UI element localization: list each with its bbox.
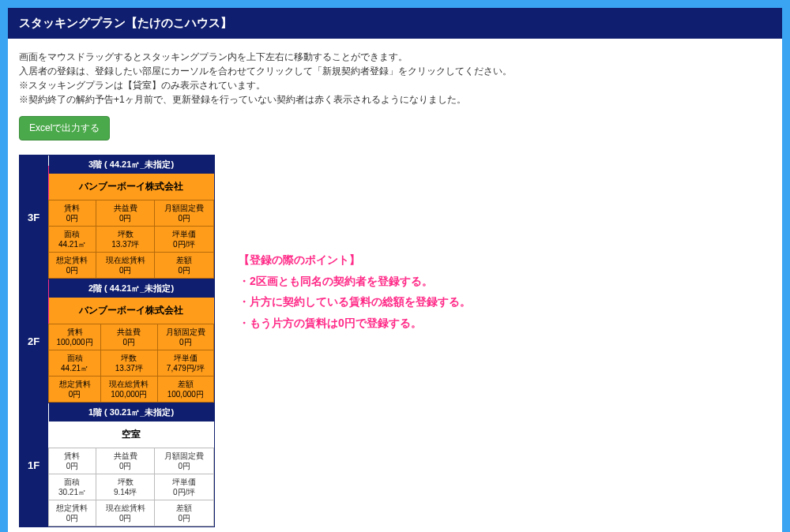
- data-cell: 共益費0円: [96, 200, 155, 227]
- note-line: 画面をマウスドラッグするとスタッキングプラン内を上下左右に移動することができます…: [19, 50, 771, 64]
- callout-point: ・もう片方の賃料は0円で登録する。: [239, 313, 471, 334]
- callout-title: 【登録の際のポイント】: [239, 249, 471, 271]
- data-cell: 面積30.21㎡: [49, 474, 96, 500]
- data-cell: 差額0円: [155, 253, 214, 279]
- floor-label: 2F: [20, 279, 48, 403]
- page: スタッキングプラン【たけのこハウス】 画面をマウスドラッグするとスタッキングプラ…: [8, 8, 782, 532]
- data-cell: 賃料0円: [49, 448, 96, 474]
- data-cell: 坪単価0円/坪: [155, 474, 214, 500]
- data-cell: 坪数13.37坪: [96, 227, 155, 253]
- data-cell: 現在総賃料100,000円: [101, 377, 157, 403]
- unit-cell[interactable]: 2階 ( 44.21㎡_未指定)バンブーボーイ株式会社賃料100,000円共益費…: [48, 279, 215, 403]
- data-cell: 共益費0円: [101, 324, 157, 350]
- data-cell: 現在総賃料0円: [96, 500, 155, 526]
- note-line: 入居者の登録は、登録したい部屋にカーソルを合わせてクリックして「新規契約者登録」…: [19, 64, 771, 78]
- floor-label: 3F: [20, 155, 48, 279]
- data-cell: 月額固定費0円: [155, 448, 214, 474]
- data-cell: 共益費0円: [96, 448, 155, 474]
- data-cell: 賃料0円: [49, 200, 96, 227]
- stacking-plan-table[interactable]: 3F3階 ( 44.21㎡_未指定)バンブーボーイ株式会社賃料0円共益費0円月額…: [19, 155, 215, 527]
- floor-label: 1F: [20, 403, 48, 527]
- tenant-name: バンブーボーイ株式会社: [49, 298, 214, 324]
- data-cell: 賃料100,000円: [49, 324, 101, 350]
- data-cell: 差額0円: [155, 500, 214, 526]
- stacking-plan-wrap: 3F3階 ( 44.21㎡_未指定)バンブーボーイ株式会社賃料0円共益費0円月額…: [19, 155, 215, 527]
- excel-export-button[interactable]: Excelで出力する: [19, 116, 110, 140]
- callout-point: ・片方に契約している賃料の総額を登録する。: [239, 291, 471, 313]
- callout-point: ・2区画とも同名の契約者を登録する。: [239, 271, 471, 292]
- content-area: 画面をマウスドラッグするとスタッキングプラン内を上下左右に移動することができます…: [8, 39, 782, 532]
- unit-header: 1階 ( 30.21㎡_未指定): [49, 403, 214, 421]
- data-cell: 想定賃料0円: [49, 500, 96, 526]
- data-cell: 差額100,000円: [157, 377, 213, 403]
- data-cell: 想定賃料0円: [49, 377, 101, 403]
- data-cell: 現在総賃料0円: [96, 253, 155, 279]
- data-cell: 想定賃料0円: [49, 253, 96, 279]
- callout-text: 【登録の際のポイント】 ・2区画とも同名の契約者を登録する。 ・片方に契約してい…: [239, 249, 471, 333]
- tenant-name: 空室: [49, 421, 214, 448]
- unit-header: 2階 ( 44.21㎡_未指定): [49, 279, 214, 298]
- unit-cell[interactable]: 1階 ( 30.21㎡_未指定)空室賃料0円共益費0円月額固定費0円面積30.2…: [48, 403, 215, 527]
- data-cell: 面積44.21㎡: [49, 227, 96, 253]
- data-cell: 月額固定費0円: [155, 200, 214, 227]
- unit-cell[interactable]: 3階 ( 44.21㎡_未指定)バンブーボーイ株式会社賃料0円共益費0円月額固定…: [48, 155, 215, 279]
- data-cell: 坪数13.37坪: [101, 350, 157, 377]
- main-area: 3F3階 ( 44.21㎡_未指定)バンブーボーイ株式会社賃料0円共益費0円月額…: [19, 155, 771, 527]
- data-cell: 坪単価0円/坪: [155, 227, 214, 253]
- page-title: スタッキングプラン【たけのこハウス】: [8, 8, 782, 39]
- instruction-notes: 画面をマウスドラッグするとスタッキングプラン内を上下左右に移動することができます…: [19, 50, 771, 107]
- note-line: ※スタッキングプランは【貸室】のみ表示されています。: [19, 78, 771, 92]
- data-cell: 月額固定費0円: [157, 324, 213, 350]
- note-line: ※契約終了の解約予告+1ヶ月前で、更新登録を行っていない契約者は赤く表示されるよ…: [19, 92, 771, 107]
- data-cell: 坪単価7,479円/坪: [157, 350, 213, 377]
- data-cell: 面積44.21㎡: [49, 350, 101, 377]
- tenant-name: バンブーボーイ株式会社: [49, 174, 214, 200]
- unit-header: 3階 ( 44.21㎡_未指定): [49, 155, 214, 174]
- data-cell: 坪数9.14坪: [96, 474, 155, 500]
